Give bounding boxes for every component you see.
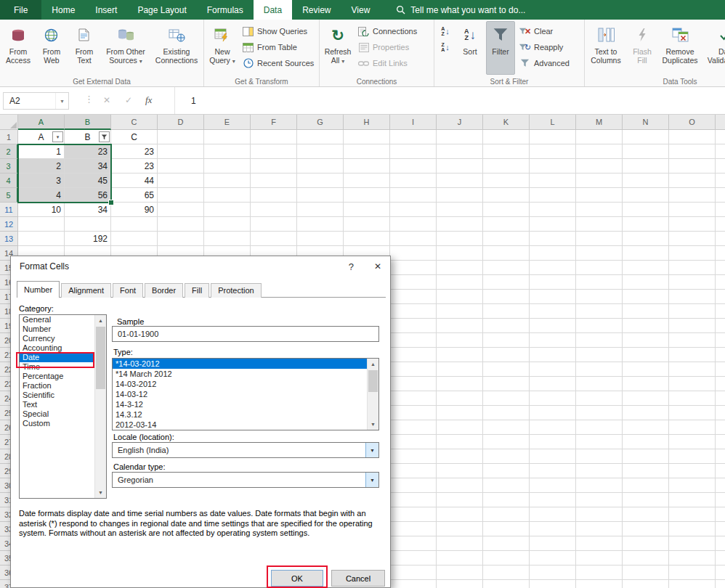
cell-F4[interactable]: [251, 173, 297, 188]
from-other-sources-button[interactable]: From Other Sources ▾: [101, 21, 150, 75]
cell-N37[interactable]: [623, 580, 669, 588]
cell-K26[interactable]: [483, 420, 530, 435]
category-item-general[interactable]: General: [20, 315, 94, 324]
type-item-14-03-12[interactable]: 14-03-12: [113, 389, 367, 399]
cell-N31[interactable]: [623, 493, 669, 507]
cell-I26[interactable]: [390, 420, 437, 435]
dialog-tab-border[interactable]: Border: [145, 283, 183, 298]
cell-O28[interactable]: [669, 449, 716, 464]
cell-N1[interactable]: [623, 130, 669, 144]
cell-P20[interactable]: [716, 333, 725, 348]
column-header-j[interactable]: J: [437, 115, 483, 130]
cell-M22[interactable]: [576, 362, 623, 377]
cell-J1[interactable]: [437, 130, 483, 144]
cell-P19[interactable]: [716, 319, 725, 333]
cell-N19[interactable]: [623, 319, 669, 333]
cell-B11[interactable]: 34: [65, 203, 111, 217]
column-header-g[interactable]: G: [297, 115, 344, 130]
cell-J4[interactable]: [437, 173, 483, 188]
cell-I31[interactable]: [390, 493, 437, 507]
cell-F5[interactable]: [251, 188, 297, 203]
cell-I29[interactable]: [390, 464, 437, 478]
cell-O5[interactable]: [669, 188, 716, 203]
cell-P32[interactable]: [716, 507, 725, 522]
ribbon-tab-page-layout[interactable]: Page Layout: [127, 0, 196, 20]
row-header-1[interactable]: 1: [0, 130, 18, 144]
filter-funnel-icon[interactable]: [99, 131, 110, 142]
cell-P31[interactable]: [716, 493, 725, 507]
cell-N22[interactable]: [623, 362, 669, 377]
close-icon[interactable]: ✕: [374, 261, 381, 271]
cell-I33[interactable]: [390, 522, 437, 536]
cell-O13[interactable]: [669, 232, 716, 246]
cell-N20[interactable]: [623, 333, 669, 348]
ribbon-tab-formulas[interactable]: Formulas: [197, 0, 254, 20]
cell-N23[interactable]: [623, 377, 669, 391]
cell-M31[interactable]: [576, 493, 623, 507]
cell-L31[interactable]: [530, 493, 576, 507]
category-item-date[interactable]: Date: [20, 353, 94, 362]
cell-H12[interactable]: [344, 217, 390, 232]
cell-O26[interactable]: [669, 420, 716, 435]
sort-ascending-button[interactable]: AZ↓: [436, 23, 455, 39]
cell-M28[interactable]: [576, 449, 623, 464]
text-to-columns-button[interactable]: Text to Columns: [587, 21, 625, 75]
cell-I1[interactable]: [390, 130, 437, 144]
cell-J24[interactable]: [437, 391, 483, 406]
cell-K36[interactable]: [483, 565, 530, 580]
cell-P33[interactable]: [716, 522, 725, 536]
cell-C1[interactable]: C: [111, 130, 158, 144]
cell-E13[interactable]: [204, 232, 251, 246]
dialog-titlebar[interactable]: Format Cells: [11, 256, 390, 277]
cell-M35[interactable]: [576, 551, 623, 565]
recent-sources-button[interactable]: Recent Sources: [239, 55, 317, 71]
cell-N30[interactable]: [623, 478, 669, 493]
cell-B12[interactable]: [65, 217, 111, 232]
column-header-c[interactable]: C: [111, 115, 158, 130]
cell-A4[interactable]: 3: [18, 173, 65, 188]
cell-M32[interactable]: [576, 507, 623, 522]
cell-I13[interactable]: [390, 232, 437, 246]
cell-O4[interactable]: [669, 173, 716, 188]
cell-O31[interactable]: [669, 493, 716, 507]
filter-dropdown-icon[interactable]: ▾: [52, 131, 63, 142]
cell-E4[interactable]: [204, 173, 251, 188]
cell-P26[interactable]: [716, 420, 725, 435]
cell-M4[interactable]: [576, 173, 623, 188]
ribbon-tab-view[interactable]: View: [341, 0, 381, 20]
cell-M5[interactable]: [576, 188, 623, 203]
cell-P30[interactable]: [716, 478, 725, 493]
clear-button[interactable]: ✕Clear: [516, 23, 572, 39]
cell-N3[interactable]: [623, 159, 669, 173]
cell-K37[interactable]: [483, 580, 530, 588]
cell-L36[interactable]: [530, 565, 576, 580]
cell-H1[interactable]: [344, 130, 390, 144]
cell-K1[interactable]: [483, 130, 530, 144]
cell-M33[interactable]: [576, 522, 623, 536]
cell-M29[interactable]: [576, 464, 623, 478]
cell-F12[interactable]: [251, 217, 297, 232]
tell-me-box[interactable]: Tell me what you want to do...: [396, 0, 525, 20]
cell-E12[interactable]: [204, 217, 251, 232]
column-header-a[interactable]: A: [18, 115, 65, 130]
cell-L25[interactable]: [530, 406, 576, 420]
cell-I16[interactable]: [390, 275, 437, 290]
cell-K3[interactable]: [483, 159, 530, 173]
cell-O37[interactable]: [669, 580, 716, 588]
cell-L21[interactable]: [530, 348, 576, 362]
cell-J2[interactable]: [437, 144, 483, 159]
cell-P1[interactable]: [716, 130, 725, 144]
cell-M15[interactable]: [576, 261, 623, 275]
cell-K25[interactable]: [483, 406, 530, 420]
cell-N25[interactable]: [623, 406, 669, 420]
cell-M23[interactable]: [576, 377, 623, 391]
cell-P5[interactable]: [716, 188, 725, 203]
cell-H2[interactable]: [344, 144, 390, 159]
cell-I37[interactable]: [390, 580, 437, 588]
scroll-up-icon[interactable]: ▲: [95, 315, 106, 326]
cell-J34[interactable]: [437, 536, 483, 551]
cell-M27[interactable]: [576, 435, 623, 449]
cell-L11[interactable]: [530, 203, 576, 217]
cell-O17[interactable]: [669, 290, 716, 304]
category-scrollbar[interactable]: ▲ ▼: [94, 315, 106, 498]
